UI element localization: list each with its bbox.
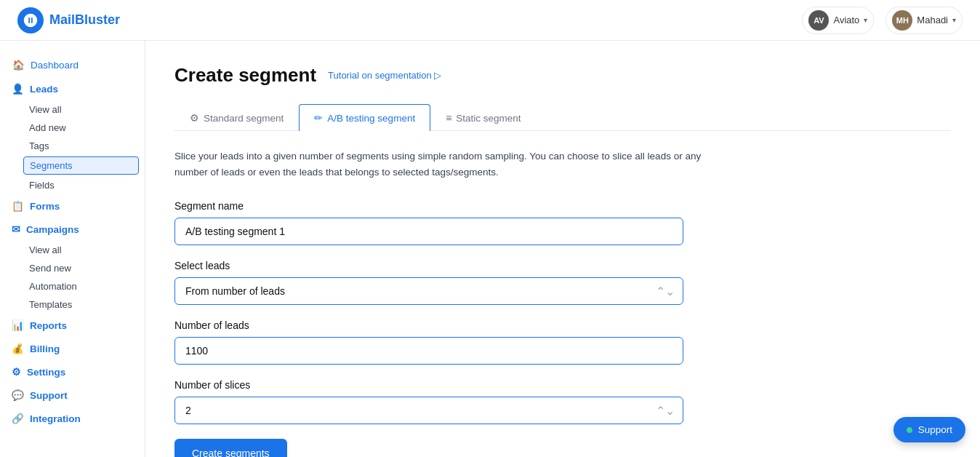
number-of-slices-group: Number of slices 2 3 4 5 ⌃⌄ [174,379,951,424]
description-text: Slice your leads into a given number of … [174,148,727,180]
logo-text: MailBluster [49,12,120,28]
sidebar-item-campaigns[interactable]: ✉ Campaigns [0,218,145,241]
campaigns-label: Campaigns [26,224,79,235]
sidebar-sub-send-new[interactable]: Send new [0,259,145,277]
account2-chevron-icon: ▾ [952,16,956,24]
dashboard-icon: 🏠 [12,58,25,71]
tab-ab-testing[interactable]: ✏ A/B testing segment [299,104,430,131]
ab-testing-segment-icon: ✏ [314,112,323,124]
number-of-leads-input[interactable] [174,337,683,365]
sidebar-sub-automation[interactable]: Automation [0,277,145,295]
support-icon: 💬 [12,389,24,401]
top-bar: MailBluster AV Aviato ▾ MH Mahadi ▾ [0,0,980,41]
logo-icon [17,7,44,33]
sidebar-item-support[interactable]: 💬 Support [0,384,145,407]
number-of-leads-group: Number of leads [174,319,951,365]
sidebar-item-leads[interactable]: 👤 Leads [0,77,145,100]
number-of-leads-wrapper [174,337,683,365]
campaigns-icon: ✉ [12,223,20,235]
account1-pill[interactable]: AV Aviato ▾ [802,7,874,34]
reports-icon: 📊 [12,319,24,331]
dashboard-label: Dashboard [31,60,79,71]
sidebar-sub-fields[interactable]: Fields [0,176,145,194]
sidebar-sub-campaigns-view-all[interactable]: View all [0,241,145,259]
sidebar-item-dashboard[interactable]: 🏠 Dashboard [0,52,145,77]
sidebar-item-forms[interactable]: 📋 Forms [0,194,145,218]
sidebar-item-integration[interactable]: 🔗 Integration [0,407,145,430]
select-leads-dropdown[interactable]: From number of leads From all leads From… [174,277,683,305]
settings-icon: ⚙ [12,366,21,378]
sidebar-item-billing[interactable]: 💰 Billing [0,337,145,360]
page-title: Create segment [174,64,316,87]
account2-avatar: MH [892,10,912,31]
forms-label: Forms [30,201,60,212]
account1-name: Aviato [833,15,859,25]
account2-pill[interactable]: MH Mahadi ▾ [885,7,963,34]
tab-standard[interactable]: ⚙ Standard segment [174,104,299,131]
tab-static-label: Static segment [456,113,521,124]
page-title-row: Create segment Tutorial on segmentation … [174,64,951,87]
tabs-bar: ⚙ Standard segment ✏ A/B testing segment… [174,104,951,131]
account1-avatar: AV [808,10,829,31]
forms-icon: 📋 [12,200,24,212]
select-leads-label: Select leads [174,260,951,271]
reports-label: Reports [30,320,67,331]
sidebar: 🏠 Dashboard 👤 Leads View all Add new Tag… [0,41,145,457]
support-fab-label: Support [918,424,952,435]
account1-chevron-icon: ▾ [864,16,867,24]
billing-label: Billing [30,343,60,354]
integration-label: Integration [30,413,81,424]
leads-label: Leads [30,84,58,95]
select-leads-wrapper: From number of leads From all leads From… [174,277,683,305]
sidebar-sub-add-new[interactable]: Add new [0,119,145,137]
select-leads-group: Select leads From number of leads From a… [174,260,951,305]
account2-name: Mahadi [917,15,948,25]
segment-name-label: Segment name [174,200,951,212]
support-label: Support [30,390,68,401]
tab-ab-label: A/B testing segment [327,113,415,124]
sidebar-sub-view-all[interactable]: View all [0,100,145,119]
tab-standard-label: Standard segment [204,113,284,124]
tutorial-link[interactable]: Tutorial on segmentation ▷ [328,70,441,81]
logo-area: MailBluster [17,7,120,33]
billing-icon: 💰 [12,343,24,354]
segment-name-group: Segment name [174,200,951,245]
support-online-dot [907,427,912,433]
create-segments-button[interactable]: Create segments [174,439,287,457]
sidebar-sub-templates[interactable]: Templates [0,295,145,314]
number-of-leads-label: Number of leads [174,319,951,331]
segment-name-input[interactable] [174,218,683,245]
settings-label: Settings [27,367,65,378]
main-content: Create segment Tutorial on segmentation … [145,41,980,457]
top-bar-right: AV Aviato ▾ MH Mahadi ▾ [802,7,963,34]
support-fab[interactable]: Support [893,417,965,442]
number-of-slices-label: Number of slices [174,379,951,391]
number-of-slices-dropdown[interactable]: 2 3 4 5 [174,397,683,424]
tab-static[interactable]: ≡ Static segment [430,104,536,131]
number-of-slices-wrapper: 2 3 4 5 ⌃⌄ [174,397,683,424]
leads-icon: 👤 [12,83,24,95]
standard-segment-icon: ⚙ [190,112,199,124]
sidebar-sub-segments[interactable]: Segments [23,156,139,175]
sidebar-item-reports[interactable]: 📊 Reports [0,314,145,337]
static-segment-icon: ≡ [446,112,451,124]
integration-icon: 🔗 [12,413,24,424]
sidebar-item-settings[interactable]: ⚙ Settings [0,360,145,384]
sidebar-sub-tags[interactable]: Tags [0,137,145,155]
